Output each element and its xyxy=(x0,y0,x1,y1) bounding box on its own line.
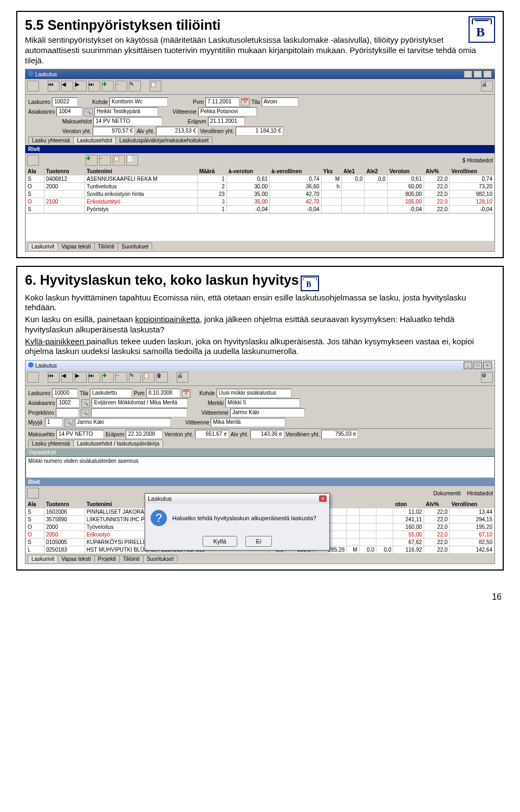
question-icon: ? xyxy=(151,510,167,526)
next-icon[interactable]: ▶ xyxy=(75,81,87,91)
section1-heading: 5.5 Sentinpyöristyksen tiliöinti xyxy=(25,17,495,33)
minimize-icon[interactable]: _ xyxy=(464,362,472,369)
app2-window: Laskutus _ □ × ⏮◀▶⏭ ✚−✎ 📋 🗑 🖨 ⚙ Laskunro… xyxy=(25,360,495,564)
app1-titlebar: Laskutus _ □ × xyxy=(25,69,495,79)
maximize-icon[interactable]: □ xyxy=(473,70,482,78)
rivit-header: Rivit xyxy=(25,145,495,153)
first-icon[interactable]: ⏮ xyxy=(48,81,60,91)
print-icon[interactable]: 🖨 xyxy=(481,81,493,91)
app1-upper-tabs: Lasku yhteensä Laskutusehdot Laskutuspäi… xyxy=(28,136,492,144)
app1-window: Laskutus _ □ × ⏮ ◀ ▶ ⏭ ✚ − ✎ 📋 🖨 Lasku xyxy=(25,69,495,252)
laskunro-field[interactable]: 10022 xyxy=(52,97,78,107)
copy-icon[interactable]: 📋 xyxy=(150,81,161,91)
add-row-icon[interactable]: ✚ xyxy=(86,155,98,166)
section1-para: Mikäli sentinpyöristykset on käytössä (m… xyxy=(25,35,495,66)
pvm-field[interactable]: 7.11.2001 xyxy=(205,97,239,107)
maksuehdot-field[interactable]: 14 PV NETTO xyxy=(93,117,162,126)
close-icon[interactable]: × xyxy=(483,362,492,369)
book-icon[interactable] xyxy=(27,81,39,91)
app1-bottom-tabs: Laskurivit Vapaa teksti Tiliöinti Suorit… xyxy=(28,243,492,250)
add-icon[interactable]: ✚ xyxy=(102,81,114,91)
section2-p1: Koko laskun hyvittäminen tapahtuu Ecomis… xyxy=(25,293,495,313)
no-button[interactable]: Ei xyxy=(245,536,272,547)
dialog-question: Haluatko tehdä hyvityslaskun alkuperäise… xyxy=(172,515,316,521)
minimize-icon[interactable]: _ xyxy=(464,70,472,78)
section2-p3: Kyllä-painikkeen painallus tekee uuden l… xyxy=(25,337,495,357)
app1-table: AlaTuotenroTuotenimiMääräà-verotonà-vero… xyxy=(25,167,495,213)
confirm-dialog: Laskutus× ? Haluatko tehdä hyvityslaskun… xyxy=(145,493,330,551)
copy-row-icon[interactable]: 📋 xyxy=(113,155,125,166)
logo-icon xyxy=(301,276,319,291)
tila-field[interactable]: Avoin xyxy=(262,97,298,107)
erapvm-field[interactable]: 21.11.2001 xyxy=(208,117,245,126)
book-icon[interactable] xyxy=(27,372,39,383)
remove-icon[interactable]: − xyxy=(115,81,127,91)
section2-p2: Kun lasku on esillä, painetaan kopiointi… xyxy=(25,315,495,335)
page-number: 16 xyxy=(0,589,520,605)
close-icon[interactable]: × xyxy=(319,495,327,502)
dup-row-icon[interactable]: 📄 xyxy=(126,155,138,166)
book-icon[interactable] xyxy=(27,155,39,166)
copy-icon[interactable]: 📋 xyxy=(142,372,154,383)
logo-icon xyxy=(469,16,495,43)
yes-button[interactable]: Kyllä xyxy=(203,536,237,547)
edit-icon[interactable]: ✎ xyxy=(129,81,141,91)
last-icon[interactable]: ⏭ xyxy=(88,81,100,91)
vapaateksti-field[interactable]: Mökki numero viiden sisäkalusteiden asen… xyxy=(25,456,495,478)
section2-heading: 6. Hyvityslaskun teko, koko laskun hyvit… xyxy=(25,272,299,287)
close-icon[interactable]: × xyxy=(483,70,492,78)
viitteenne-field[interactable]: Pekka Potanovi xyxy=(198,107,257,116)
kohde-field[interactable]: Konttorin Wc xyxy=(109,97,168,107)
remove-row-icon[interactable]: − xyxy=(99,155,111,166)
maximize-icon[interactable]: □ xyxy=(473,362,482,369)
asiakasnro-field[interactable]: 1004 xyxy=(56,107,82,116)
app1-toolbar: ⏮ ◀ ▶ ⏭ ✚ − ✎ 📋 🖨 xyxy=(25,79,495,93)
prev-icon[interactable]: ◀ xyxy=(61,81,73,91)
